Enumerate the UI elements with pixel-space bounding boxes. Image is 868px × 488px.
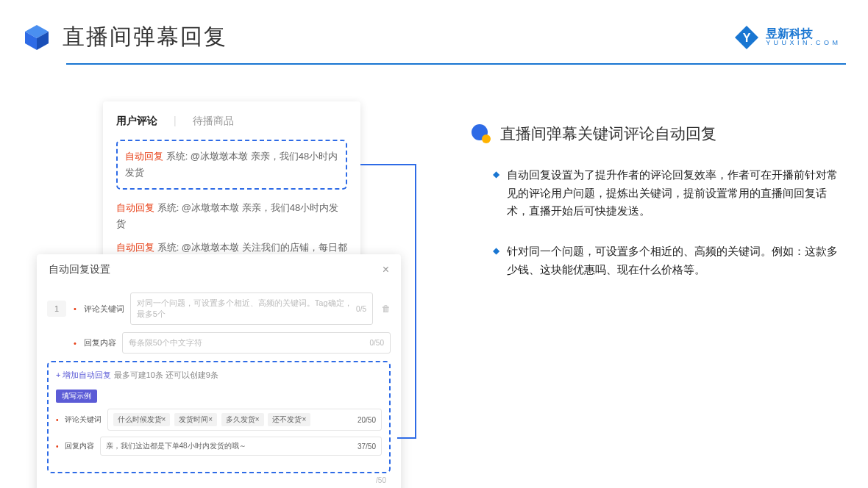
- bullet-text: 针对同一个问题，可设置多个相近的、高频的关键词。例如：这款多少钱、这块能优惠吗、…: [507, 243, 839, 279]
- required-dot: •: [56, 416, 59, 424]
- bullet-icon: ◆: [493, 169, 499, 220]
- keyword-label: 评论关键词: [84, 304, 124, 315]
- tab-pending-products[interactable]: 待播商品: [193, 115, 234, 128]
- brand-icon: Y: [733, 24, 760, 51]
- content-input[interactable]: 每条限50个中文字符0/50: [122, 332, 391, 354]
- required-dot: •: [74, 304, 77, 313]
- example-box: + 增加自动回复 最多可建10条 还可以创建9条 填写示例 • 评论关键词 什么…: [47, 361, 391, 473]
- ex-keyword-label: 评论关键词: [65, 415, 102, 425]
- bullet-text: 自动回复设置为了提升作者的评论回复效率，作者可在开播前针对常见的评论用户问题，提…: [507, 166, 839, 220]
- auto-reply-tag: 自动回复: [116, 242, 154, 253]
- tag-chip[interactable]: 还不发货×: [268, 413, 310, 426]
- settings-title: 自动回复设置: [49, 263, 110, 276]
- bottom-counter: /50: [47, 476, 391, 484]
- required-dot: •: [56, 442, 59, 451]
- chat-bubble-icon: [471, 123, 491, 144]
- highlight-reply-box: 自动回复 系统: @冰墩墩本墩 亲亲，我们48小时内发货: [116, 140, 347, 190]
- page-title: 直播间弹幕回复: [63, 22, 227, 52]
- tag-chip[interactable]: 发货时间×: [174, 413, 217, 426]
- add-reply-link[interactable]: + 增加自动回复: [56, 370, 111, 379]
- row-index: 1: [47, 301, 66, 317]
- content-label: 回复内容: [84, 337, 116, 348]
- ex-keyword-field[interactable]: 什么时候发货× 发货时间× 多久发货× 还不发货× 20/50: [107, 409, 382, 431]
- svg-point-6: [482, 134, 491, 143]
- add-hint: 最多可建10条 还可以创建9条: [114, 370, 218, 379]
- keyword-input[interactable]: 对同一个问题，可设置多个相近、高频的关键词。Tag确定，最多5个0/5: [130, 293, 373, 325]
- brand-name-cn: 昱新科技: [766, 27, 839, 40]
- brand-name-en: Y U U X I N . C O M: [766, 40, 839, 47]
- ex-content-field[interactable]: 亲，我们这边都是下单48小时内发货的哦～37/50: [100, 437, 382, 456]
- auto-reply-tag: 自动回复: [116, 202, 154, 213]
- svg-text:Y: Y: [743, 32, 751, 44]
- section-title: 直播间弹幕关键词评论自动回复: [500, 123, 716, 144]
- auto-reply-tag: 自动回复: [125, 151, 163, 162]
- brand-logo: Y 昱新科技 Y U U X I N . C O M: [733, 24, 839, 51]
- ex-content-label: 回复内容: [65, 441, 94, 451]
- connector-line: [360, 162, 419, 442]
- tab-user-comments[interactable]: 用户评论: [116, 115, 157, 128]
- settings-card: 自动回复设置 × 1 • 评论关键词 对同一个问题，可设置多个相近、高频的关键词…: [37, 254, 401, 488]
- tag-chip[interactable]: 什么时候发货×: [113, 413, 171, 426]
- tag-chip[interactable]: 多久发货×: [221, 413, 264, 426]
- tab-separator: |: [174, 115, 177, 128]
- example-badge: 填写示例: [56, 390, 97, 403]
- cube-logo-icon: [22, 23, 51, 52]
- required-dot: •: [74, 339, 77, 348]
- bullet-icon: ◆: [493, 245, 499, 279]
